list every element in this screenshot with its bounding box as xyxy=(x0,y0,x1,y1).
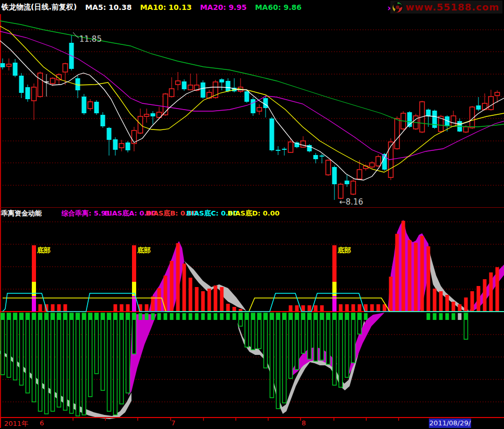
candle-body-up xyxy=(63,64,68,72)
momentum-cap xyxy=(14,313,17,320)
momentum-bar-negative xyxy=(114,313,117,415)
momentum-bar-positive xyxy=(395,234,399,312)
momentum-bar-positive xyxy=(120,304,124,312)
site-logo[interactable]: www.55188.com xyxy=(390,1,502,14)
momentum-cap xyxy=(433,313,437,320)
momentum-bar-negative xyxy=(277,313,280,409)
momentum-bar-positive xyxy=(314,305,318,312)
bottom-signal-label-2: 底部 xyxy=(337,246,351,254)
momentum-cap xyxy=(458,313,462,320)
x-axis-labels: 2011年 2011/08/29/一 678 xyxy=(0,419,504,429)
momentum-cap xyxy=(151,313,155,320)
momentum-bar-negative xyxy=(95,313,99,374)
momentum-bar-positive xyxy=(477,286,481,312)
momentum-cap xyxy=(239,313,243,320)
candle-body-down xyxy=(263,98,268,108)
momentum-bar-positive xyxy=(483,279,487,312)
momentum-cap xyxy=(295,313,299,320)
momentum-bar-positive xyxy=(295,305,299,312)
candle-body-up xyxy=(326,160,331,175)
momentum-bar-positive xyxy=(214,285,218,312)
candle-body-down xyxy=(433,111,437,128)
momentum-bar-negative xyxy=(107,313,111,411)
bottom-signal-bar-yellow xyxy=(132,282,136,296)
momentum-bar-negative xyxy=(101,313,105,390)
momentum-cap xyxy=(358,313,362,320)
momentum-bar-positive xyxy=(208,289,211,312)
momentum-cap xyxy=(339,313,343,320)
candle-body-down xyxy=(94,102,99,113)
candle-body-down xyxy=(345,181,350,184)
candle-body-down xyxy=(220,79,224,82)
momentum-bar-negative xyxy=(327,313,330,364)
momentum-bar-negative xyxy=(14,313,17,380)
momentum-cap xyxy=(464,313,468,320)
momentum-bar-positive xyxy=(57,304,61,312)
momentum-cap xyxy=(439,313,443,320)
candle-body-down xyxy=(245,91,249,102)
momentum-bar-negative xyxy=(51,313,55,411)
momentum-cap xyxy=(208,313,211,320)
momentum-cap xyxy=(176,313,180,320)
momentum-bar-positive xyxy=(151,296,155,312)
candle-body-down xyxy=(1,63,5,67)
candle-body-up xyxy=(495,92,500,96)
momentum-cap xyxy=(170,313,174,320)
momentum-cap xyxy=(133,313,136,320)
candle-body-down xyxy=(13,63,18,76)
momentum-bar-negative xyxy=(120,313,124,404)
bottom-signal-bar-red xyxy=(32,245,36,282)
price-annotation-0: 11.85 xyxy=(79,34,102,44)
momentum-bar-positive xyxy=(446,295,449,312)
momentum-bar-negative xyxy=(7,313,11,377)
axis-month-label-0: 6 xyxy=(40,419,44,427)
momentum-cap xyxy=(427,313,430,320)
momentum-cap xyxy=(51,313,55,320)
momentum-bar-positive xyxy=(302,305,305,312)
momentum-cap xyxy=(201,313,205,320)
candle-body-down xyxy=(82,97,87,113)
candle-body-up xyxy=(339,184,343,198)
momentum-cap xyxy=(114,313,117,320)
candle-body-up xyxy=(357,170,362,179)
candle-body-up xyxy=(32,87,37,101)
momentum-bar-negative xyxy=(283,313,286,403)
candle-body-up xyxy=(451,116,456,126)
candle-body-up xyxy=(51,78,55,84)
momentum-cap xyxy=(214,313,218,320)
momentum-bar-positive xyxy=(452,302,455,312)
candle-body-up xyxy=(395,118,400,149)
momentum-bar-positive xyxy=(433,289,437,312)
axis-month-label-1: 7 xyxy=(171,419,175,427)
momentum-cap xyxy=(270,313,274,320)
bottom-signal-bar-yellow xyxy=(332,282,337,296)
momentum-cap xyxy=(333,313,337,320)
candle-body-down xyxy=(126,142,130,150)
momentum-bar-negative xyxy=(314,313,318,361)
momentum-cap xyxy=(245,313,249,320)
momentum-bar-negative xyxy=(20,313,23,385)
indicator-header-item-1: 综合乖离: 5.91 xyxy=(62,209,111,218)
candle-body-up xyxy=(464,127,469,132)
axis-year-label: 2011年 xyxy=(4,419,28,428)
momentum-bar-positive xyxy=(39,304,42,312)
momentum-bar-negative xyxy=(57,313,61,407)
momentum-bar-positive xyxy=(489,272,493,312)
topbar-item-3: MA20: 9.95 xyxy=(200,3,246,11)
momentum-bar-negative xyxy=(70,313,74,413)
candle-body-down xyxy=(107,128,112,140)
momentum-bar-negative xyxy=(264,313,268,368)
momentum-bar-positive xyxy=(458,304,462,312)
candle-body-down xyxy=(201,82,206,98)
candle-body-up xyxy=(257,108,262,111)
momentum-cap xyxy=(189,313,193,320)
momentum-cap xyxy=(233,313,236,320)
momentum-cap xyxy=(139,313,142,320)
candle-body-down xyxy=(182,81,187,89)
momentum-bar-positive xyxy=(170,261,174,312)
indicator-header-item-0: 乖离资金动能 xyxy=(1,209,42,218)
current-date-badge: 2011/08/29/一 xyxy=(429,419,471,428)
momentum-cap xyxy=(226,313,230,320)
momentum-cap xyxy=(82,313,86,320)
momentum-cap xyxy=(195,313,199,320)
